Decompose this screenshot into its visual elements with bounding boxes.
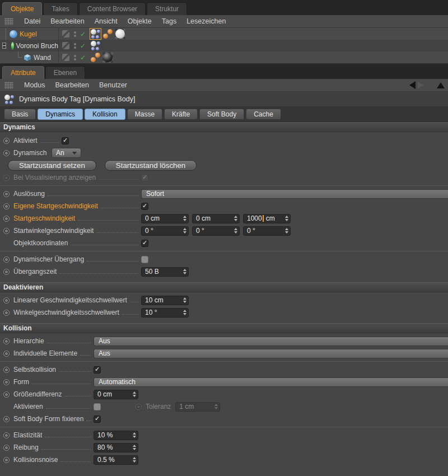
section-header-dynamics[interactable]: Dynamics bbox=[0, 122, 448, 132]
spinner-icon[interactable] bbox=[130, 431, 138, 440]
layer-icon[interactable] bbox=[62, 54, 69, 61]
aktiviert-checkbox[interactable] bbox=[62, 137, 69, 144]
hierarchie-dropdown[interactable]: Aus bbox=[94, 337, 448, 346]
tree-row-kugel[interactable]: Kugel ✓ bbox=[0, 28, 448, 40]
menu-benutzer[interactable]: Benutzer bbox=[94, 81, 132, 89]
grip-icon[interactable] bbox=[4, 18, 13, 25]
spinner-icon[interactable] bbox=[181, 227, 188, 235]
eigene-startgeschwindigkeit-checkbox[interactable] bbox=[141, 203, 148, 210]
spinner-icon[interactable] bbox=[181, 268, 188, 276]
selbstkollision-checkbox[interactable] bbox=[94, 366, 101, 374]
anim-dot-icon[interactable] bbox=[3, 256, 10, 263]
tree-row-voronoi-bruch[interactable]: Voronoi Bruch ✓ bbox=[0, 40, 448, 52]
individuelle-elemente-dropdown[interactable]: Aus bbox=[94, 349, 448, 358]
aktivieren-checkbox[interactable] bbox=[94, 403, 101, 410]
uebergangszeit-field[interactable]: 50 B bbox=[141, 267, 189, 277]
tab-struktur[interactable]: Struktur bbox=[147, 2, 187, 15]
anim-dot-icon[interactable] bbox=[3, 432, 10, 438]
history-back-icon[interactable] bbox=[409, 81, 416, 89]
tab-masse[interactable]: Masse bbox=[127, 109, 162, 120]
enabled-check-icon[interactable]: ✓ bbox=[80, 42, 86, 50]
spinner-icon[interactable] bbox=[283, 214, 290, 223]
tab-kraefte[interactable]: Kräfte bbox=[164, 109, 198, 120]
tab-soft-body[interactable]: Soft Body bbox=[199, 109, 244, 120]
menu-bearbeiten[interactable]: Bearbeiten bbox=[45, 17, 89, 25]
dynamics-body-tag-icon[interactable] bbox=[90, 40, 101, 51]
anim-dot-icon[interactable] bbox=[3, 138, 10, 144]
section-header-kollision[interactable]: Kollision bbox=[0, 323, 448, 333]
startgeschwindigkeit-z-field[interactable]: 1000cm bbox=[243, 214, 291, 223]
groessendifferenz-field[interactable]: 0 cm bbox=[94, 390, 138, 399]
startgeschwindigkeit-x-field[interactable]: 0 cm bbox=[141, 214, 189, 223]
anim-dot-icon[interactable] bbox=[3, 457, 10, 463]
objektkoordinaten-checkbox[interactable] bbox=[141, 240, 148, 247]
voronoi-fracture-icon[interactable] bbox=[11, 42, 14, 50]
anim-dot-icon[interactable] bbox=[3, 445, 10, 451]
anim-dot-icon[interactable] bbox=[3, 391, 10, 398]
startwinkel-y-field[interactable]: 0 ° bbox=[192, 226, 240, 236]
tab-content-browser[interactable]: Content Browser bbox=[79, 2, 146, 15]
anim-dot-icon[interactable] bbox=[3, 310, 10, 316]
spinner-icon[interactable] bbox=[181, 309, 188, 317]
history-forward-icon[interactable] bbox=[418, 82, 423, 88]
go-up-icon[interactable] bbox=[437, 82, 445, 88]
anim-dot-icon[interactable] bbox=[3, 351, 10, 357]
reibung-field[interactable]: 80 % bbox=[94, 443, 138, 452]
visibility-dots-icon[interactable] bbox=[74, 31, 76, 37]
spinner-icon[interactable] bbox=[130, 456, 138, 464]
section-header-deaktivieren[interactable]: Deaktivieren bbox=[0, 282, 448, 292]
startgeschwindigkeit-y-field[interactable]: 0 cm bbox=[192, 214, 240, 223]
anim-dot-icon[interactable] bbox=[3, 367, 10, 373]
spinner-icon[interactable] bbox=[232, 227, 239, 235]
anim-dot-icon[interactable] bbox=[3, 203, 10, 209]
anim-dot-icon[interactable] bbox=[3, 191, 10, 197]
form-dropdown[interactable]: Automatisch bbox=[94, 377, 448, 387]
tab-attribute[interactable]: Attribute bbox=[2, 66, 44, 79]
visibility-dots-icon[interactable] bbox=[74, 43, 76, 49]
rigid-body-tag-icon[interactable] bbox=[102, 29, 113, 39]
tab-cache[interactable]: Cache bbox=[246, 109, 281, 120]
elastizitaet-field[interactable]: 10 % bbox=[94, 431, 138, 440]
startzustand-loeschen-button[interactable]: Startzustand löschen bbox=[105, 160, 197, 171]
tab-objekte[interactable]: Objekte bbox=[2, 2, 42, 15]
anim-dot-icon[interactable] bbox=[3, 216, 10, 222]
tab-basis[interactable]: Basis bbox=[4, 109, 36, 120]
spinner-icon[interactable] bbox=[181, 214, 188, 223]
dynamisch-dropdown[interactable]: An bbox=[52, 148, 81, 158]
material-tag-white-icon[interactable] bbox=[115, 29, 125, 39]
kollisionsnoise-field[interactable]: 0.5 % bbox=[94, 455, 138, 465]
spinner-icon[interactable] bbox=[130, 444, 138, 452]
visibility-dots-icon[interactable] bbox=[74, 55, 76, 60]
object-name[interactable]: Voronoi Bruch bbox=[16, 42, 58, 50]
menu-modus[interactable]: Modus bbox=[19, 81, 50, 89]
enabled-check-icon[interactable]: ✓ bbox=[80, 54, 86, 62]
anim-dot-icon[interactable] bbox=[3, 338, 10, 344]
layer-icon[interactable] bbox=[62, 42, 69, 49]
menu-lesezeichen[interactable]: Lesezeichen bbox=[181, 17, 231, 25]
menu-tags[interactable]: Tags bbox=[157, 17, 181, 25]
winkel-schwellwert-field[interactable]: 10 ° bbox=[141, 308, 189, 318]
menu-ansicht[interactable]: Ansicht bbox=[90, 17, 123, 25]
menu-objekte[interactable]: Objekte bbox=[123, 17, 157, 25]
spinner-icon[interactable] bbox=[283, 227, 290, 235]
cube-object-icon[interactable] bbox=[24, 54, 31, 62]
object-name[interactable]: Kugel bbox=[20, 30, 37, 38]
ausloesung-dropdown[interactable]: Sofort bbox=[141, 189, 448, 199]
enabled-check-icon[interactable]: ✓ bbox=[80, 30, 86, 38]
dynamischer-uebergang-checkbox[interactable] bbox=[141, 256, 148, 263]
dynamics-body-tag-icon[interactable] bbox=[90, 29, 101, 39]
object-name[interactable]: Wand bbox=[34, 54, 51, 62]
linearer-schwellwert-field[interactable]: 10 cm bbox=[141, 296, 189, 305]
startzustand-setzen-button[interactable]: Startzustand setzen bbox=[8, 160, 96, 171]
spinner-icon[interactable] bbox=[232, 214, 239, 223]
spinner-icon[interactable] bbox=[130, 390, 138, 399]
anim-dot-icon[interactable] bbox=[3, 269, 10, 275]
tab-ebenen[interactable]: Ebenen bbox=[45, 66, 85, 79]
startwinkel-x-field[interactable]: 0 ° bbox=[141, 226, 189, 236]
menu-bearbeiten-attr[interactable]: Bearbeiten bbox=[50, 81, 94, 89]
anim-dot-icon[interactable] bbox=[3, 297, 10, 304]
material-tag-black-icon[interactable] bbox=[102, 52, 113, 63]
tab-dynamics[interactable]: Dynamics bbox=[38, 109, 83, 120]
anim-dot-icon[interactable] bbox=[3, 379, 10, 385]
startwinkel-z-field[interactable]: 0 ° bbox=[243, 226, 291, 236]
